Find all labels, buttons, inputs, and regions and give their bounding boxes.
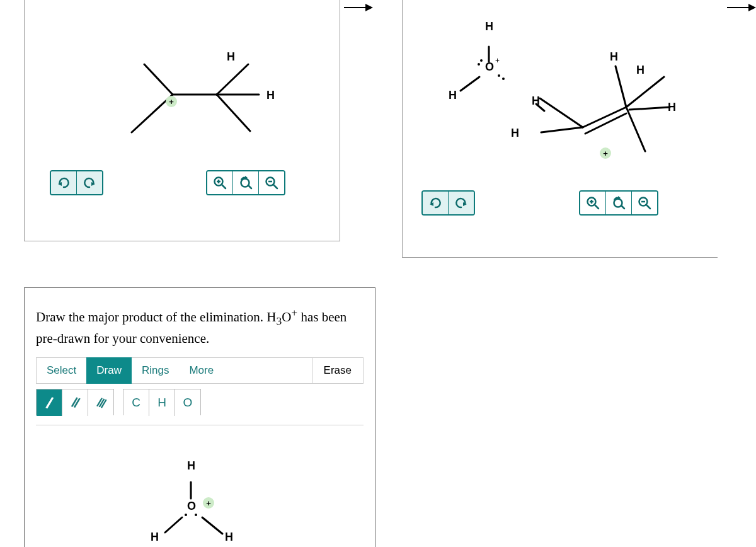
double-bond-tool[interactable]: // <box>62 389 88 416</box>
undo-redo-group <box>50 170 103 195</box>
zoom-in-button[interactable] <box>580 192 605 214</box>
svg-point-21 <box>478 63 480 66</box>
svg-line-31 <box>626 77 664 107</box>
question-panel: Draw the major product of the eliminatio… <box>24 287 375 547</box>
undo-button[interactable] <box>423 192 448 214</box>
zoom-group <box>206 170 285 195</box>
bond-tools: / // /// <box>36 389 114 415</box>
canvas-bonds <box>151 463 251 547</box>
hydrogen-tool[interactable]: H <box>149 389 175 416</box>
carbon-tool[interactable]: C <box>123 389 149 416</box>
atom-H-right: H <box>266 89 275 102</box>
atom-H-top: H <box>227 50 235 64</box>
atom-H3: H <box>610 50 618 64</box>
tab-select[interactable]: Select <box>36 357 86 384</box>
svg-line-36 <box>202 517 222 534</box>
tab-rings[interactable]: Rings <box>132 357 179 384</box>
structure-panel-right: O H H + <box>402 0 718 258</box>
svg-line-33 <box>629 107 670 110</box>
tab-more[interactable]: More <box>179 357 224 384</box>
svg-point-22 <box>498 74 500 77</box>
svg-line-12 <box>144 64 173 95</box>
svg-line-17 <box>217 95 250 131</box>
draw-tools-toolbar: / // /// C H O <box>36 389 201 415</box>
svg-text:+: + <box>495 56 500 65</box>
atom-H2: H <box>511 127 519 140</box>
svg-point-37 <box>185 514 187 516</box>
question-prompt: Draw the major product of the eliminatio… <box>36 304 364 349</box>
oxygen-tool[interactable]: O <box>175 389 200 416</box>
svg-line-25 <box>540 98 583 127</box>
svg-point-20 <box>480 59 483 62</box>
svg-line-35 <box>165 517 182 533</box>
svg-line-19 <box>461 77 479 91</box>
svg-line-32 <box>626 107 645 151</box>
zoom-in-button[interactable] <box>207 171 232 194</box>
drawing-canvas[interactable]: O H H H + <box>25 425 375 547</box>
mode-toolbar: Select Draw Rings More Erase <box>36 357 364 384</box>
atom-H1: H <box>532 95 540 108</box>
structure-panel-left: H H + <box>24 0 340 241</box>
reaction-arrow-1 <box>344 4 373 11</box>
charge-plus: + <box>166 96 177 107</box>
atom-H4: H <box>636 64 644 77</box>
zoom-reset-button[interactable] <box>605 192 631 214</box>
molecule-left <box>113 38 277 151</box>
atom-H5: H <box>668 101 676 114</box>
hydronium-bonds: + <box>450 25 513 101</box>
svg-point-38 <box>195 514 197 516</box>
undo-redo-group-r <box>421 190 475 216</box>
svg-line-15 <box>217 64 248 95</box>
redo-button[interactable] <box>76 171 102 194</box>
element-tools: C H O <box>123 389 201 415</box>
redo-button[interactable] <box>448 192 474 214</box>
erase-button[interactable]: Erase <box>312 357 364 384</box>
zoom-out-button[interactable] <box>258 171 284 194</box>
undo-button[interactable] <box>51 171 76 194</box>
charge-plus-right: + <box>600 147 611 159</box>
triple-bond-tool[interactable]: /// <box>88 389 113 416</box>
reaction-arrow-2 <box>727 4 756 11</box>
svg-point-23 <box>502 78 505 80</box>
zoom-reset-button[interactable] <box>232 171 258 194</box>
svg-line-27 <box>541 127 583 132</box>
zoom-group-r <box>579 190 658 216</box>
svg-line-30 <box>616 66 626 107</box>
zoom-out-button[interactable] <box>631 192 657 214</box>
single-bond-tool[interactable]: / <box>37 389 62 416</box>
tab-draw[interactable]: Draw <box>86 357 132 384</box>
